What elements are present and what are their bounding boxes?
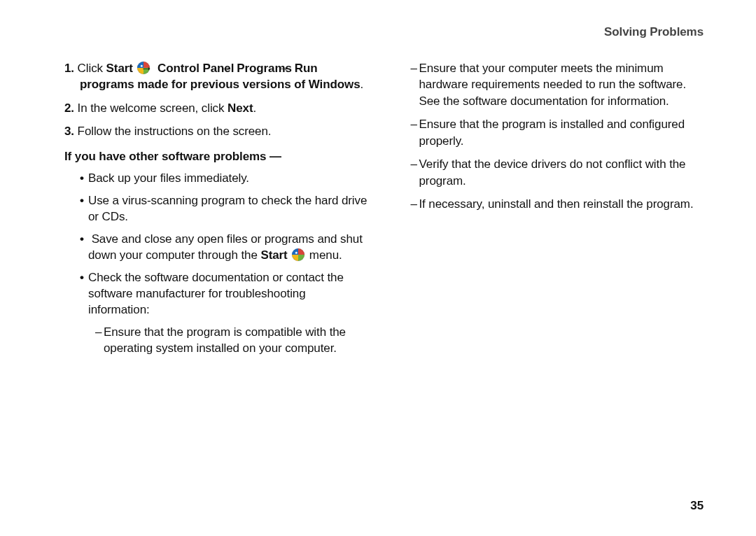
- sub-reinstall: If necessary, uninstall and then reinsta…: [398, 196, 704, 212]
- sub-reinstall-text: If necessary, uninstall and then reinsta…: [419, 197, 694, 211]
- bullet-virus-scan-text: Use a virus-scanning program to check th…: [88, 194, 367, 223]
- left-column: 1. Click Start → Control Panel→ Programs…: [64, 60, 370, 480]
- sub-min-hardware: Ensure that your computer meets the mini…: [398, 60, 704, 109]
- bullet-save-close-start: Start: [260, 248, 287, 262]
- bullet-backup-text: Back up your files immediately.: [88, 171, 249, 185]
- step-1-click: Click: [78, 62, 106, 75]
- subheading-other-problems: If you have other software problems —: [64, 148, 370, 164]
- sub-compatible-text: Ensure that the program is compatible wi…: [104, 325, 346, 355]
- bullet-save-close-post: menu.: [306, 248, 342, 262]
- sub-installed-text: Ensure that the program is installed and…: [419, 118, 685, 147]
- sub-installed: Ensure that the program is installed and…: [398, 116, 704, 149]
- step-2: 2. In the welcome screen, click Next.: [64, 100, 370, 116]
- sub-min-hardware-text: Ensure that your computer meets the mini…: [419, 62, 687, 108]
- step-1-start: Start: [106, 62, 133, 75]
- bullet-virus-scan: Use a virus-scanning program to check th…: [64, 192, 370, 225]
- step-1: 1. Click Start → Control Panel→ Programs…: [64, 60, 370, 93]
- sub-drivers-text: Verify that the device drivers do not co…: [419, 157, 686, 187]
- bullet-save-close: Save and close any open files or program…: [64, 231, 370, 264]
- sub-compatible: Ensure that the program is compatible wi…: [64, 324, 370, 357]
- step-1-period: .: [360, 78, 364, 91]
- windows-start-icon: [292, 248, 304, 261]
- step-2-period: .: [253, 101, 256, 115]
- step-3-text: Follow the instructions on the screen.: [78, 125, 272, 138]
- step-3: 3. Follow the instructions on the screen…: [64, 123, 370, 139]
- step-2-pre: In the welcome screen, click: [78, 101, 227, 115]
- right-column: Ensure that your computer meets the mini…: [398, 60, 704, 480]
- page-number: 35: [690, 498, 704, 514]
- bullet-check-docs: Check the software documentation or cont…: [64, 269, 370, 318]
- step-2-number: 2.: [64, 101, 74, 115]
- content-columns: 1. Click Start → Control Panel→ Programs…: [64, 60, 704, 480]
- step-2-next: Next: [227, 101, 253, 115]
- section-header: Solving Problems: [604, 24, 704, 40]
- step-3-number: 3.: [64, 125, 74, 138]
- sub-drivers: Verify that the device drivers do not co…: [398, 156, 704, 189]
- bullet-check-docs-text: Check the software documentation or cont…: [88, 271, 344, 317]
- step-1-number: 1.: [64, 62, 74, 75]
- bullet-backup: Back up your files immediately.: [64, 170, 370, 186]
